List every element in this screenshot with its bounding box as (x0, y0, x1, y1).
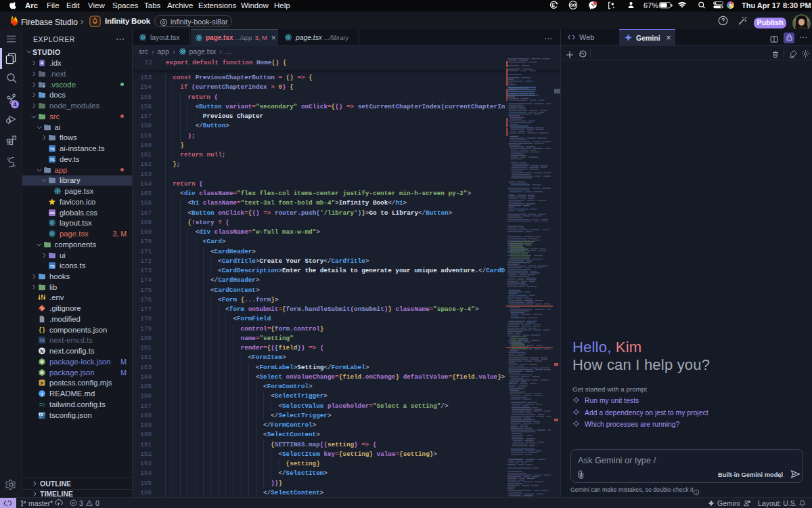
svg-text:P: P (41, 381, 43, 385)
svg-text:i: i (41, 391, 43, 397)
svg-text:{}: {} (39, 327, 45, 333)
svg-text:css: css (49, 211, 55, 215)
svg-text:TS: TS (49, 147, 55, 151)
svg-text:N: N (41, 349, 44, 354)
svg-text:E: E (552, 3, 556, 7)
svg-text:TS: TS (39, 412, 43, 416)
svg-text:TS: TS (39, 339, 45, 343)
svg-text:TS: TS (49, 158, 55, 162)
svg-text:TS: TS (49, 264, 55, 268)
